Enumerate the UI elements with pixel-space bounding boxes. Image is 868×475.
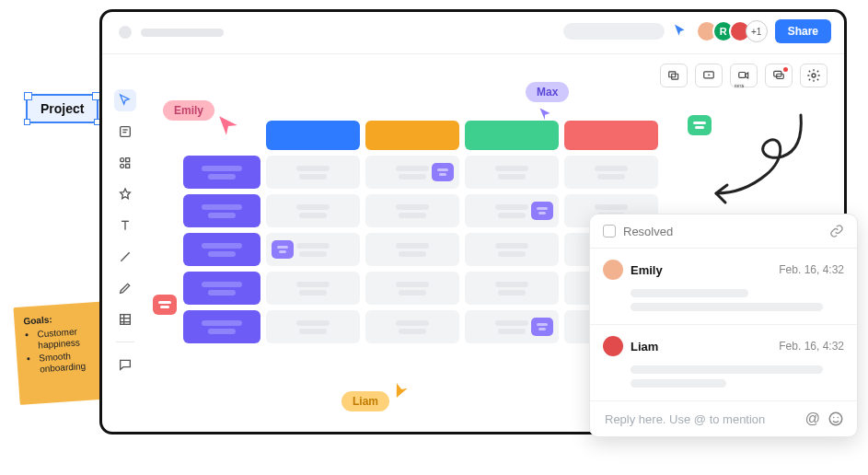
search-placeholder-bar[interactable] [563, 23, 665, 40]
comment-author: Emily [631, 263, 663, 277]
share-button[interactable]: Share [775, 19, 831, 43]
note-tool-icon[interactable] [114, 121, 136, 143]
column-header[interactable] [365, 121, 459, 150]
text-tool-icon[interactable] [114, 214, 136, 237]
mention-icon[interactable]: @ [805, 411, 820, 427]
row-header[interactable] [183, 156, 260, 189]
cursor-label-liam: Liam [341, 391, 389, 411]
select-tool-icon[interactable] [114, 89, 136, 111]
present-icon[interactable] [695, 64, 723, 87]
row-header[interactable] [183, 272, 260, 305]
svg-rect-3 [739, 73, 746, 78]
grid-cell[interactable] [266, 233, 360, 266]
grid-cell[interactable] [266, 156, 360, 189]
cursor-arrow-icon [535, 102, 555, 122]
grid-cell[interactable] [365, 310, 459, 343]
video-icon[interactable]: BETA [730, 64, 758, 87]
content-grid[interactable] [183, 121, 658, 349]
resolved-label: Resolved [623, 225, 673, 238]
cell-note-icon[interactable] [531, 202, 553, 220]
doc-title-placeholder[interactable] [141, 29, 224, 37]
comment-time: Feb. 16, 4:32 [779, 340, 844, 353]
column-header[interactable] [465, 121, 559, 150]
grid-cell[interactable] [465, 156, 559, 189]
app-logo-placeholder [119, 26, 132, 39]
comment-panel-header: Resolved [590, 214, 857, 249]
hand-drawn-arrow-icon [700, 110, 810, 221]
table-tool-icon[interactable] [114, 308, 136, 330]
column-header[interactable] [266, 121, 360, 150]
grid-cell[interactable] [266, 272, 360, 305]
comment-body-placeholder [603, 365, 844, 388]
row-header[interactable] [183, 233, 260, 266]
comment-time: Feb. 16, 4:32 [779, 263, 844, 276]
resolved-checkbox[interactable] [603, 225, 616, 238]
top-bar-left [119, 26, 224, 39]
comment-author: Liam [631, 340, 658, 353]
shapes-tool-icon[interactable] [114, 152, 136, 174]
grid-cell[interactable] [266, 194, 360, 227]
canvas-comment-pin[interactable] [153, 295, 177, 315]
column-header[interactable] [564, 121, 658, 150]
svg-rect-11 [126, 158, 130, 162]
grid-cell[interactable] [465, 233, 559, 266]
svg-line-16 [121, 252, 129, 261]
top-bar-right: R +1 Share [563, 19, 831, 43]
multiplayer-cursor-icon [672, 23, 689, 40]
line-tool-icon[interactable] [114, 246, 136, 268]
avatar-overflow[interactable]: +1 [746, 20, 768, 42]
toolbar-separator [116, 342, 134, 342]
cursor-arrow-icon [389, 378, 410, 399]
emoji-icon[interactable] [827, 411, 844, 427]
comment-thread-item[interactable]: Liam Feb. 16, 4:32 [590, 325, 857, 401]
comment-panel[interactable]: Resolved Emily Feb. 16, 4:32 Liam Feb. 1… [589, 214, 858, 437]
project-selection-tag[interactable]: Project [26, 94, 98, 123]
svg-rect-17 [121, 315, 131, 325]
comment-tool-icon[interactable] [114, 353, 136, 376]
svg-point-10 [121, 158, 124, 162]
frames-icon[interactable] [660, 64, 688, 87]
svg-point-23 [838, 417, 839, 419]
pen-tool-icon[interactable] [114, 277, 136, 299]
avatar [603, 260, 623, 280]
grid-cell[interactable] [465, 194, 559, 227]
grid-cell[interactable] [365, 194, 459, 227]
top-bar: R +1 Share [102, 12, 844, 54]
avatar [603, 336, 623, 356]
comments-icon[interactable] [765, 64, 793, 87]
cursor-label-emily: Emily [163, 100, 214, 121]
svg-point-21 [829, 412, 842, 425]
cell-note-icon[interactable] [531, 318, 553, 336]
svg-point-6 [812, 74, 816, 77]
grid-cell[interactable] [365, 272, 459, 305]
grid-cell[interactable] [465, 310, 559, 343]
secondary-toolbar: BETA [660, 64, 827, 87]
grid-cell[interactable] [564, 156, 658, 189]
comment-thread-item[interactable]: Emily Feb. 16, 4:32 [590, 249, 857, 325]
beta-badge: BETA [734, 84, 745, 88]
link-icon[interactable] [829, 224, 844, 238]
settings-gear-icon[interactable] [800, 64, 827, 87]
left-toolbar [111, 89, 139, 376]
reply-input[interactable] [603, 411, 798, 427]
cell-note-icon[interactable] [272, 240, 294, 259]
grid-cell[interactable] [365, 156, 459, 189]
row-header[interactable] [183, 194, 260, 227]
cursor-label-max: Max [526, 82, 569, 102]
svg-rect-13 [126, 164, 130, 168]
cell-note-icon[interactable] [432, 163, 454, 181]
comment-reply-row: @ [590, 401, 857, 436]
presence-avatars[interactable]: R +1 [696, 20, 768, 42]
star-tool-icon[interactable] [114, 183, 136, 205]
row-header[interactable] [183, 310, 260, 343]
grid-cell[interactable] [266, 310, 360, 343]
grid-cell[interactable] [365, 233, 459, 266]
project-tag-text: Project [41, 101, 84, 116]
svg-point-12 [121, 164, 124, 168]
grid-cell[interactable] [465, 272, 559, 305]
svg-point-22 [833, 417, 835, 419]
comment-body-placeholder [603, 289, 844, 311]
